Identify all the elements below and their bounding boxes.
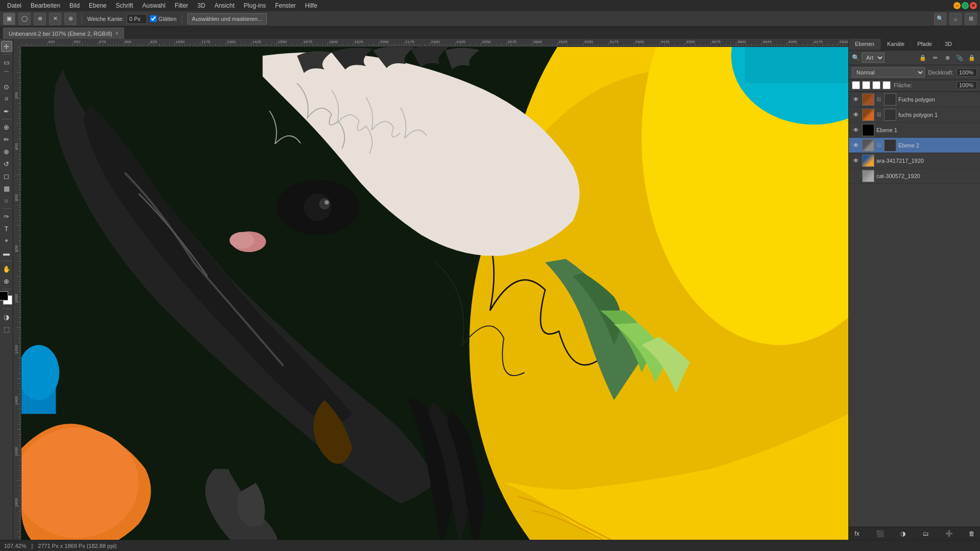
canvas-image[interactable] [21,47,848,540]
crop-tool[interactable]: ⌗ [1,93,12,105]
layer-type-filter[interactable]: Art [862,53,885,63]
tool-separator [2,54,11,55]
layer-item-fuchs-polygon[interactable]: 👁⛓Fuchs polygon [849,92,980,107]
eyedropper-tool[interactable]: ✒ [1,106,12,117]
tab-3d[interactable]: 3D [939,39,959,50]
layer-visibility-ebene-2[interactable]: 👁 [852,141,860,149]
clone-stamp-tool[interactable]: ⊗ [1,146,12,157]
group-layers-button[interactable]: 🗂 [921,529,931,539]
layer-visibility-ebene-1[interactable]: 👁 [852,126,860,134]
eraser-tool[interactable]: ◻ [1,170,12,182]
close-button[interactable]: ✕ [970,2,977,9]
minimize-button[interactable]: – [953,2,961,9]
lock-image-checkbox[interactable] [862,81,870,89]
menu-filter[interactable]: Filter [170,1,192,10]
selection-tool-new[interactable]: ⊗ [64,13,77,25]
layer-item-ara[interactable]: 👁ara-3417217_1920 [849,153,980,168]
layer-style-button[interactable]: fx [852,529,862,539]
status-separator: | [31,543,33,549]
layer-visibility-fuchs-polygon[interactable]: 👁 [852,95,860,104]
history-brush-tool[interactable]: ↺ [1,158,12,169]
move-tool[interactable]: ✛ [1,41,12,52]
tab-ebenen[interactable]: Ebenen [849,39,881,50]
layer-name-fuchs-polygon: Fuchs polygon [898,96,977,103]
new-layer-button[interactable]: ➕ [944,529,954,539]
spot-heal-tool[interactable]: ⊕ [1,121,12,133]
adjustment-layer-button[interactable]: ◑ [898,529,908,539]
menu-plugins[interactable]: Plug-ins [240,1,270,10]
blend-mode-select[interactable]: Normal [852,67,925,78]
opacity-input[interactable] [957,68,977,77]
menu-ebene[interactable]: Ebene [85,1,111,10]
foreground-color[interactable] [0,291,8,300]
select-mask-button[interactable]: Auswählen und maskieren... [187,13,267,24]
layer-visibility-ara[interactable]: 👁 [852,157,860,165]
gradient-tool[interactable]: ▦ [1,183,12,194]
layer-name-fuchs-polygon-1: fuchs polygon 1 [898,112,977,118]
lock-pixel-btn[interactable]: 🔒 [918,53,928,63]
menu-hilfe[interactable]: Hilfe [301,1,322,10]
lasso-tool[interactable]: ⌒ [1,69,12,80]
menu-ansicht[interactable]: Ansicht [210,1,238,10]
layers-list: 👁⛓Fuchs polygon👁⛓fuchs polygon 1👁Ebene 1… [849,92,980,527]
layer-item-cat[interactable]: cat-300572_1920 [849,168,980,184]
menu-datei[interactable]: Datei [3,1,26,10]
screen-mode-button[interactable]: ⬚ [1,323,12,335]
screen-mode-btn[interactable]: ⊞ [965,13,977,25]
selection-tool-wand[interactable]: ✕ [49,13,61,25]
menu-auswahl[interactable]: Auswahl [138,1,169,10]
color-swatches[interactable] [0,291,13,307]
menu-schrift[interactable]: Schrift [112,1,137,10]
smooth-checkbox-label[interactable]: Glätten [150,15,176,22]
smooth-checkbox[interactable] [150,15,157,22]
tab-kanaele[interactable]: Kanäle [881,39,911,50]
zoom-tool[interactable]: ⊕ [1,276,12,287]
delete-layer-button[interactable]: 🗑 [967,529,977,539]
svg-point-8 [319,198,330,210]
lock-transparent-checkbox[interactable] [852,81,860,89]
shape-tool[interactable]: ▬ [1,247,12,259]
pen-tool[interactable]: ✑ [1,211,12,222]
search-icon-btn[interactable]: 🔍 [934,13,946,25]
zoom-icon-btn[interactable]: ⌕ [949,13,962,25]
soft-edge-input[interactable] [127,14,147,24]
lock-artboard-btn[interactable]: 📎 [954,53,965,63]
layer-visibility-fuchs-polygon-1[interactable]: 👁 [852,111,860,119]
dodge-tool[interactable]: ○ [1,195,12,206]
menu-bearbeiten[interactable]: Bearbeiten [27,1,64,10]
tab-close-icon[interactable]: × [115,31,118,36]
layer-item-ebene-1[interactable]: 👁Ebene 1 [849,122,980,138]
ruler-left [13,47,21,540]
quick-mask-button[interactable]: ◑ [1,311,12,322]
layer-visibility-cat[interactable] [852,172,860,180]
lock-all-checkbox[interactable] [883,81,891,89]
layer-mask-button[interactable]: ⬛ [875,529,885,539]
lock-pos-checkbox[interactable] [872,81,880,89]
menu-bild[interactable]: Bild [65,1,84,10]
lock-paint-btn[interactable]: ✏ [930,53,940,63]
hand-tool[interactable]: ✋ [1,263,12,274]
lock-position-btn[interactable]: ⊕ [942,53,952,63]
layer-item-ebene-2[interactable]: 👁⛓Ebene 2 [849,138,980,153]
fill-row: Fläche: [849,80,980,92]
tab-pfade[interactable]: Pfade [911,39,939,50]
menu-3d[interactable]: 3D [193,1,209,10]
marquee-tool[interactable]: ▭ [1,57,12,68]
brush-tool[interactable]: ✏ [1,134,12,145]
layer-item-fuchs-polygon-1[interactable]: 👁⛓fuchs polygon 1 [849,107,980,122]
selection-tool-rect[interactable]: ▣ [3,13,15,25]
doc-size: 2771 Px x 1869 Px (182.88 ppi) [38,543,116,549]
quick-select-tool[interactable]: ⊙ [1,81,12,92]
document-tab[interactable]: Unbenannt-2 bei 107% (Ebene 2, RGB/8) × [3,28,124,39]
lock-all-btn[interactable]: 🔒 [967,53,977,63]
path-select-tool[interactable]: ⌖ [1,235,12,246]
selection-tool-ellipse[interactable]: ◯ [18,13,31,25]
canvas-area[interactable] [13,39,848,540]
text-tool[interactable]: T [1,223,12,234]
maximize-button[interactable]: □ [962,2,969,9]
menu-bar: Datei Bearbeiten Bild Ebene Schrift Ausw… [0,0,980,11]
fill-input[interactable] [957,81,977,89]
selection-tool-lasso[interactable]: ⊕ [34,13,46,25]
menu-fenster[interactable]: Fenster [271,1,300,10]
zoom-level: 107,42% [4,543,26,549]
